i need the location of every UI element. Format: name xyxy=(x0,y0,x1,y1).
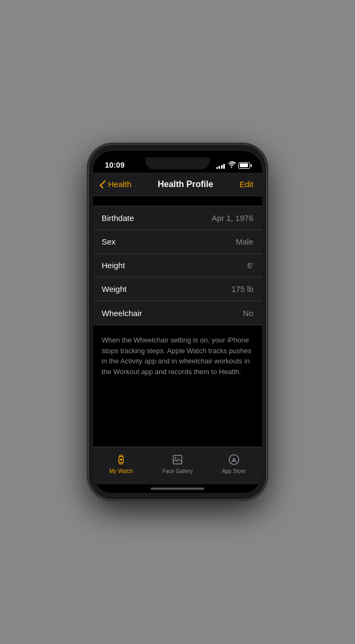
app-store-icon xyxy=(227,453,241,467)
svg-point-3 xyxy=(120,459,122,461)
edit-button[interactable]: Edit xyxy=(239,180,253,189)
phone-screen: 10:09 xyxy=(93,151,262,493)
status-icons xyxy=(216,161,251,169)
tab-my-watch-label: My Watch xyxy=(109,468,133,474)
row-label-2: Height xyxy=(102,261,125,270)
wheelchair-info-text: When the Wheelchair setting is on, your … xyxy=(93,325,262,387)
row-value-0: Apr 1, 1976 xyxy=(211,213,253,223)
row-value-3: 175 lb xyxy=(231,284,253,294)
svg-rect-1 xyxy=(120,455,123,456)
row-value-1: Male xyxy=(236,237,253,246)
row-label-0: Birthdate xyxy=(102,213,134,223)
tab-face-gallery-label: Face Gallery xyxy=(162,468,193,474)
row-label-4: Wheelchair xyxy=(102,309,142,318)
face-gallery-icon xyxy=(171,453,184,467)
notch xyxy=(145,158,210,169)
tab-app-store[interactable]: App Store xyxy=(218,453,250,474)
signal-bars-icon xyxy=(216,162,225,169)
chevron-left-icon xyxy=(100,180,108,189)
tab-bar: My Watch Face Gallery xyxy=(93,447,262,484)
phone-frame: 10:09 xyxy=(89,145,266,499)
svg-point-5 xyxy=(175,457,176,459)
watch-icon xyxy=(114,453,128,467)
back-button[interactable]: Health xyxy=(102,180,131,189)
row-value-2: 6′ xyxy=(247,261,253,270)
tab-my-watch[interactable]: My Watch xyxy=(105,453,137,474)
battery-icon xyxy=(238,162,250,169)
table-row: Sex Male xyxy=(93,230,262,254)
back-label: Health xyxy=(108,180,131,189)
table-row: Birthdate Apr 1, 1976 xyxy=(93,206,262,230)
table-row: Weight 175 lb xyxy=(93,277,262,301)
row-label-1: Sex xyxy=(102,237,116,246)
home-indicator xyxy=(93,484,262,493)
profile-table: Birthdate Apr 1, 1976 Sex Male Height 6′… xyxy=(93,206,262,325)
table-row: Height 6′ xyxy=(93,254,262,277)
nav-header: Health Health Profile Edit xyxy=(93,173,262,196)
page-title: Health Profile xyxy=(158,180,213,189)
row-value-4: No xyxy=(243,309,253,318)
status-time: 10:09 xyxy=(105,161,125,169)
svg-rect-2 xyxy=(120,462,123,464)
table-row: Wheelchair No xyxy=(93,301,262,325)
content-area: Birthdate Apr 1, 1976 Sex Male Height 6′… xyxy=(93,196,262,447)
tab-app-store-label: App Store xyxy=(222,468,245,474)
svg-rect-4 xyxy=(173,455,182,464)
row-label-3: Weight xyxy=(102,284,126,294)
wifi-icon xyxy=(228,161,236,169)
tab-face-gallery[interactable]: Face Gallery xyxy=(161,453,194,474)
